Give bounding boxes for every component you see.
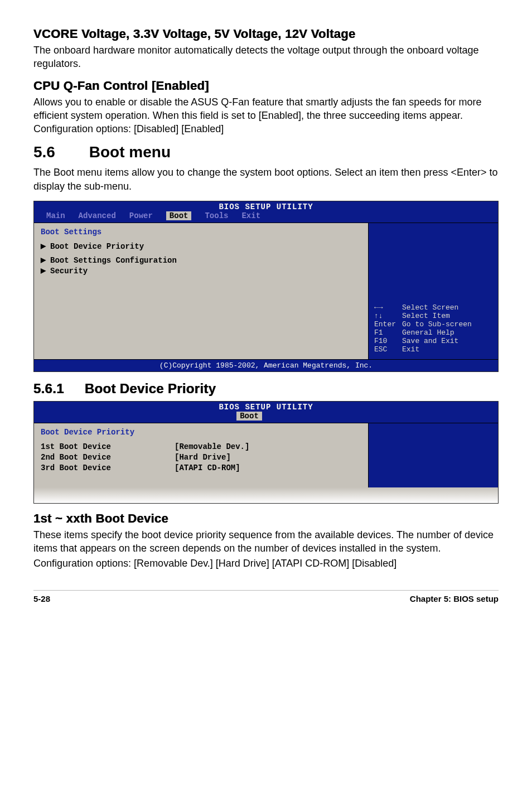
key-desc: Go to Sub-screen xyxy=(402,320,472,328)
bios-screenshot-boot-settings: BIOS SETUP UTILITY Main Advanced Power B… xyxy=(33,201,499,372)
key-f10: F10 xyxy=(374,337,399,345)
bios-pane-heading: Boot Device Priority xyxy=(41,428,361,437)
menu-item-boot-settings-config[interactable]: ▶ Boot Settings Configuration xyxy=(41,256,361,265)
submenu-arrow-icon: ▶ xyxy=(41,242,46,251)
option-value: [Removable Dev.] xyxy=(175,442,249,451)
bios-right-pane: ←→Select Screen ↑↓Select Item EnterGo to… xyxy=(369,223,498,359)
page-number: 5-28 xyxy=(33,594,50,603)
bios-title: BIOS SETUP UTILITY xyxy=(34,201,498,211)
heading-boot-menu: 5.6 Boot menu xyxy=(33,143,499,161)
bios-tabbar: Boot xyxy=(34,412,498,423)
heading-boot-device-priority: 5.6.1 Boot Device Priority xyxy=(33,381,499,397)
bios-left-pane: Boot Settings ▶ Boot Device Priority ▶ B… xyxy=(34,223,369,359)
page-footer: 5-28 Chapter 5: BIOS setup xyxy=(33,590,499,603)
option-label: 3rd Boot Device xyxy=(41,463,111,472)
bios-pane-heading: Boot Settings xyxy=(41,228,361,236)
bios-screenshot-boot-device-priority: BIOS SETUP UTILITY Boot Boot Device Prio… xyxy=(33,401,499,504)
submenu-arrow-icon: ▶ xyxy=(41,267,46,276)
key-enter: Enter xyxy=(374,320,399,328)
section-title: Boot menu xyxy=(89,143,171,161)
bios-key-legend: ←→Select Screen ↑↓Select Item EnterGo to… xyxy=(374,303,472,354)
subsection-title: Boot Device Priority xyxy=(85,381,216,396)
fade-overlay xyxy=(34,487,498,503)
heading-vcore: VCORE Voltage, 3.3V Voltage, 5V Voltage,… xyxy=(33,27,499,41)
tab-main[interactable]: Main xyxy=(46,211,65,220)
heading-qfan: CPU Q-Fan Control [Enabled] xyxy=(33,79,499,93)
menu-item-label: Security xyxy=(50,267,88,276)
key-esc: ESC xyxy=(374,345,399,354)
tab-power[interactable]: Power xyxy=(129,211,153,220)
key-desc: Save and Exit xyxy=(402,337,458,345)
bios-copyright: (C)Copyright 1985-2002, American Megatre… xyxy=(34,359,498,371)
para-qfan: Allows you to enable or disable the ASUS… xyxy=(33,95,499,136)
menu-item-security[interactable]: ▶ Security xyxy=(41,267,361,276)
chapter-label: Chapter 5: BIOS setup xyxy=(410,594,499,603)
bios-left-pane: Boot Device Priority 1st Boot Device 2nd… xyxy=(34,423,369,487)
option-label: 1st Boot Device xyxy=(41,442,111,451)
bios-title: BIOS SETUP UTILITY xyxy=(34,402,498,412)
tab-boot[interactable]: Boot xyxy=(166,211,192,220)
bios-right-pane xyxy=(369,423,498,487)
option-1st-boot-device[interactable]: 1st Boot Device xyxy=(41,442,175,451)
menu-item-label: Boot Device Priority xyxy=(50,242,144,251)
tab-tools[interactable]: Tools xyxy=(205,211,228,220)
submenu-arrow-icon: ▶ xyxy=(41,256,46,265)
para-vcore: The onboard hardware monitor automatical… xyxy=(33,44,499,71)
menu-item-label: Boot Settings Configuration xyxy=(50,256,177,265)
key-desc: Exit xyxy=(402,345,419,354)
option-label: 2nd Boot Device xyxy=(41,453,111,462)
para-boot-device-2: Configuration options: [Removable Dev.] … xyxy=(33,557,499,570)
key-f1: F1 xyxy=(374,328,399,337)
key-desc: General Help xyxy=(402,328,454,337)
key-desc: Select Item xyxy=(402,312,450,320)
option-3rd-boot-device[interactable]: 3rd Boot Device xyxy=(41,463,175,472)
option-value: [Hard Drive] xyxy=(175,453,231,462)
option-2nd-boot-device[interactable]: 2nd Boot Device xyxy=(41,453,175,462)
tab-exit[interactable]: Exit xyxy=(241,211,260,220)
subsection-number: 5.6.1 xyxy=(33,381,81,397)
tab-boot[interactable]: Boot xyxy=(236,412,262,421)
para-boot-menu: The Boot menu items allow you to change … xyxy=(33,166,499,193)
option-value: [ATAPI CD-ROM] xyxy=(175,463,240,472)
tab-advanced[interactable]: Advanced xyxy=(79,211,116,220)
key-desc: Select Screen xyxy=(402,303,458,312)
para-boot-device-1: These items specify the boot device prio… xyxy=(33,528,499,555)
section-number: 5.6 xyxy=(33,143,85,161)
bios-tabbar: Main Advanced Power Boot Tools Exit xyxy=(34,211,498,223)
key-arrows-lr: ←→ xyxy=(374,303,399,312)
menu-item-boot-device-priority[interactable]: ▶ Boot Device Priority xyxy=(41,242,361,251)
heading-1st-xxth: 1st ~ xxth Boot Device xyxy=(33,511,499,526)
key-arrows-ud: ↑↓ xyxy=(374,312,399,320)
